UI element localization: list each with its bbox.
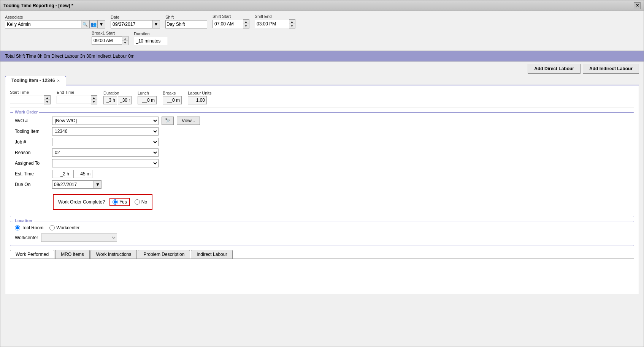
workcenter-field-label: Workcenter [15, 235, 38, 240]
tab-work-instructions[interactable]: Work Instructions [90, 250, 137, 259]
start-time-spinner-btns: ▲ ▼ [44, 95, 51, 104]
job-row: Job # [15, 138, 629, 146]
start-time-down-button[interactable]: ▼ [44, 100, 50, 104]
binoculars-icon: 🔭 [165, 118, 171, 123]
associate-label: Associate [5, 15, 105, 19]
shift-end-down-button[interactable]: ▼ [289, 24, 295, 28]
labour-units-input[interactable] [188, 96, 207, 104]
add-indirect-labour-button[interactable]: Add Indirect Labour [583, 64, 639, 74]
workcenter-radio[interactable] [49, 225, 55, 230]
due-on-dropdown-button[interactable]: ▼ [94, 180, 102, 189]
bottom-tabs: Work Performed MRO Items Work Instructio… [10, 250, 634, 289]
breaks-label: Breaks [163, 91, 182, 95]
date-dropdown-button[interactable]: ▼ [152, 20, 160, 28]
bottom-tab-content [10, 259, 634, 289]
due-on-input[interactable] [52, 180, 94, 189]
yes-label: Yes [119, 199, 127, 205]
breaks-input[interactable] [163, 96, 182, 104]
wo-row: W/O # [New W/O] 🔭 View... [15, 117, 629, 125]
date-group: Date ▼ [111, 15, 160, 28]
end-time-label: End Time [57, 90, 97, 95]
tab-problem-description[interactable]: Problem Description [138, 250, 190, 259]
workcenter-select[interactable] [41, 233, 117, 242]
tooling-item-tab[interactable]: Tooling Item - 12346 × [5, 76, 66, 85]
associate-input[interactable] [5, 20, 81, 28]
est-time-label: Est. Time [15, 171, 49, 177]
shift-label: Shift [165, 15, 207, 19]
associate-search-icon[interactable]: 🔍 [81, 20, 89, 28]
break1-down-button[interactable]: ▼ [122, 41, 128, 45]
time-fields-row: Start Time ▲ ▼ End Time [10, 90, 634, 108]
window-title: Tooling Time Reporting - [new] * [3, 3, 73, 8]
start-time-input[interactable] [10, 96, 44, 104]
associate-dropdown-arrow-icon: ▼ [99, 22, 104, 27]
due-on-row: Due On ▼ [15, 180, 629, 189]
workcenter-option: Workcenter [49, 225, 79, 230]
date-dropdown-icon: ▼ [154, 22, 159, 27]
shift-end-input[interactable] [255, 20, 289, 28]
tooling-item-select[interactable]: 12346 [52, 127, 159, 136]
break1-start-input[interactable] [92, 36, 122, 45]
location-section: Location Tool Room Workcenter Workcenter [10, 221, 634, 246]
header-row-1: Associate 🔍 👥 ▼ Date ▼ [5, 14, 639, 28]
info-bar-text: Total Shift Time 8h 0m Direct Labour 3h … [5, 54, 135, 59]
window-close-button[interactable]: ✕ [634, 2, 641, 9]
view-button[interactable]: View... [177, 117, 200, 125]
tab-work-performed[interactable]: Work Performed [10, 250, 54, 259]
shift-end-up-button[interactable]: ▲ [289, 20, 295, 24]
work-order-section-label: Work Order [13, 110, 39, 114]
wo-select-wrap: [New W/O] [52, 117, 159, 125]
end-time-input[interactable] [57, 96, 91, 104]
break1-duration-input[interactable] [134, 37, 168, 45]
duration-h-input[interactable] [103, 96, 117, 104]
tool-room-radio[interactable] [15, 225, 20, 230]
end-time-up-button[interactable]: ▲ [91, 96, 97, 100]
est-time-m-input[interactable] [73, 170, 92, 178]
tool-room-label: Tool Room [22, 225, 43, 230]
tool-room-option: Tool Room [15, 225, 43, 230]
date-input[interactable] [111, 20, 152, 28]
start-time-label: Start Time [10, 90, 51, 95]
shift-end-group: Shift End ▲ ▼ [255, 14, 295, 28]
shift-start-down-button[interactable]: ▼ [243, 24, 249, 28]
end-time-down-button[interactable]: ▼ [91, 100, 97, 104]
tab-header: Tooling Item - 12346 × [5, 76, 639, 85]
break1-up-button[interactable]: ▲ [122, 36, 128, 41]
end-time-spinner: ▲ ▼ [57, 95, 97, 104]
header-form: Associate 🔍 👥 ▼ Date ▼ [0, 11, 644, 51]
duration-label: Duration [103, 91, 132, 95]
assigned-to-select[interactable] [52, 159, 159, 167]
shift-start-up-button[interactable]: ▲ [243, 20, 249, 24]
tooling-item-tab-close[interactable]: × [57, 78, 59, 83]
wo-select[interactable]: [New W/O] [52, 117, 159, 125]
job-select[interactable] [52, 138, 159, 146]
labour-units-group: Labour Units [188, 91, 211, 104]
start-time-up-button[interactable]: ▲ [44, 96, 50, 100]
no-radio[interactable] [135, 199, 140, 205]
break1-start-spinner: ▲ ▼ [92, 36, 128, 45]
est-time-row: Est. Time [15, 170, 629, 178]
breaks-group: Breaks [163, 91, 182, 104]
est-time-inputs [52, 170, 92, 178]
tab-mro-items[interactable]: MRO Items [55, 250, 90, 259]
shift-select[interactable]: Day Shift [165, 20, 207, 28]
lunch-input[interactable] [138, 96, 157, 104]
est-time-h-input[interactable] [52, 170, 71, 178]
associate-dropdown-button[interactable]: ▼ [98, 20, 105, 28]
add-direct-labour-button[interactable]: Add Direct Labour [528, 64, 581, 74]
tab-indirect-labour[interactable]: Indirect Labour [191, 250, 233, 259]
location-section-label: Location [13, 218, 34, 223]
wo-search-button[interactable]: 🔭 [162, 117, 174, 125]
tab-content-area: Start Time ▲ ▼ End Time [5, 85, 639, 294]
reason-select[interactable]: 02 [52, 148, 159, 157]
yes-radio[interactable] [113, 199, 118, 205]
associate-browse-icon[interactable]: 👥 [89, 20, 98, 28]
due-on-calendar-icon: ▼ [95, 182, 100, 187]
lunch-label: Lunch [138, 91, 157, 95]
no-radio-option: No [135, 199, 147, 205]
shift-end-label: Shift End [255, 14, 295, 19]
duration-m-input[interactable] [118, 96, 132, 104]
shift-start-input[interactable] [213, 20, 243, 28]
start-time-spinner: ▲ ▼ [10, 95, 51, 104]
associate-group: Associate 🔍 👥 ▼ [5, 15, 105, 28]
